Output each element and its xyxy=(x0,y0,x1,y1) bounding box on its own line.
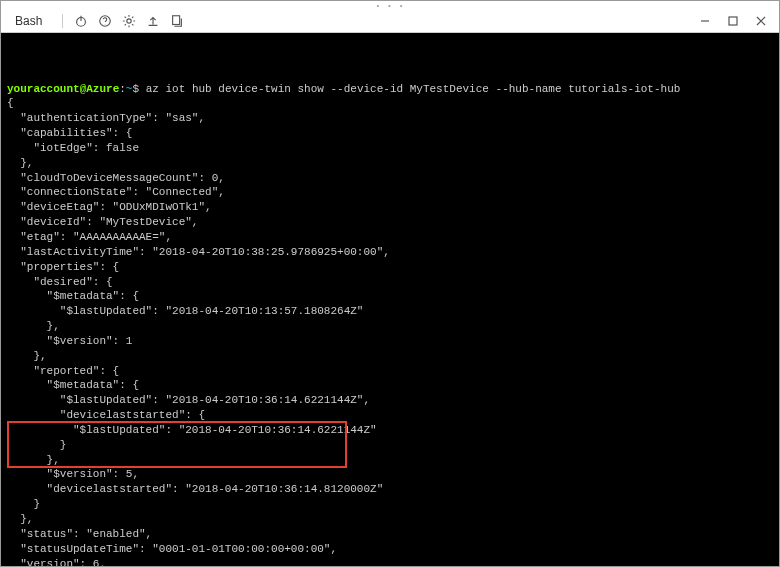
output-line: "authenticationType": "sas", xyxy=(7,111,773,126)
maximize-button[interactable] xyxy=(721,11,745,31)
output-line: "$version": 1 xyxy=(7,334,773,349)
output-line: "version": 6, xyxy=(7,557,773,566)
titlebar: Bash xyxy=(1,9,779,33)
output-line: "iotEdge": false xyxy=(7,141,773,156)
power-icon[interactable] xyxy=(71,11,91,31)
minimize-button[interactable] xyxy=(693,11,717,31)
terminal-body[interactable]: youraccount@Azure:~$ az iot hub device-t… xyxy=(1,33,779,566)
output-line: "status": "enabled", xyxy=(7,527,773,542)
command-text: az iot hub device-twin show --device-id … xyxy=(146,83,681,95)
close-button[interactable] xyxy=(749,11,773,31)
output-line: "$lastUpdated": "2018-04-20T10:13:57.180… xyxy=(7,304,773,319)
output-line: "lastActivityTime": "2018-04-20T10:38:25… xyxy=(7,245,773,260)
output-line: }, xyxy=(7,156,773,171)
shell-name-label: Bash xyxy=(15,14,42,28)
output-line: "$version": 5, xyxy=(7,467,773,482)
output-line: "$metadata": { xyxy=(7,378,773,393)
output-line: "connectionState": "Connected", xyxy=(7,185,773,200)
svg-rect-5 xyxy=(173,15,180,24)
output-line: "$metadata": { xyxy=(7,289,773,304)
output-line: "reported": { xyxy=(7,364,773,379)
gear-icon[interactable] xyxy=(119,11,139,31)
output-line: "deviceEtag": "ODUxMDIwOTk1", xyxy=(7,200,773,215)
output-line: "devicelaststarted": "2018-04-20T10:36:1… xyxy=(7,482,773,497)
shell-selector[interactable]: Bash xyxy=(7,12,54,30)
svg-point-4 xyxy=(127,18,131,22)
svg-rect-7 xyxy=(729,17,737,25)
upload-icon[interactable] xyxy=(143,11,163,31)
prompt-user: youraccount xyxy=(7,83,80,95)
output-line: }, xyxy=(7,349,773,364)
output-line: "deviceId": "MyTestDevice", xyxy=(7,215,773,230)
drag-handle[interactable]: • • • xyxy=(1,1,779,9)
output-line: } xyxy=(7,497,773,512)
output-line: }, xyxy=(7,319,773,334)
output-line: "capabilities": { xyxy=(7,126,773,141)
highlight-box xyxy=(7,421,347,468)
output-line: "cloudToDeviceMessageCount": 0, xyxy=(7,171,773,186)
new-file-icon[interactable] xyxy=(167,11,187,31)
output-line: "etag": "AAAAAAAAAAE=", xyxy=(7,230,773,245)
output-line: "statusUpdateTime": "0001-01-01T00:00:00… xyxy=(7,542,773,557)
output-line: "desired": { xyxy=(7,275,773,290)
output-line: "properties": { xyxy=(7,260,773,275)
output-line: }, xyxy=(7,512,773,527)
output-line: { xyxy=(7,96,773,111)
command-line: youraccount@Azure:~$ az iot hub device-t… xyxy=(7,82,773,97)
output-line: "$lastUpdated": "2018-04-20T10:36:14.622… xyxy=(7,393,773,408)
help-icon[interactable] xyxy=(95,11,115,31)
terminal-window: • • • Bash xyxy=(0,0,780,567)
divider xyxy=(62,14,63,28)
prompt-host: Azure xyxy=(86,83,119,95)
